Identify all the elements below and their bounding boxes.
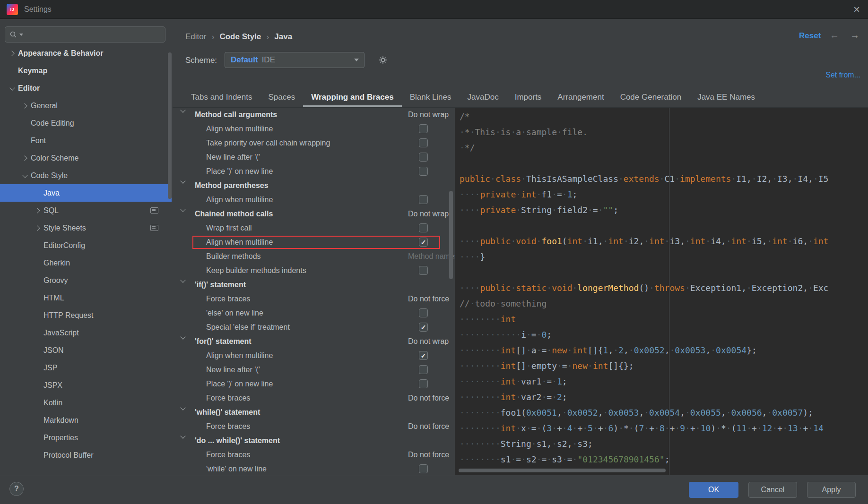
search-box[interactable] — [5, 26, 165, 43]
option-row-new-line-after[interactable]: New line after '(' — [173, 363, 455, 377]
help-button[interactable]: ? — [9, 482, 24, 496]
option-value-dropdown[interactable]: Do not wrap — [408, 111, 449, 119]
chevron-down-icon[interactable] — [177, 109, 189, 112]
option-row-place-on-new-line[interactable]: Place ')' on new line — [173, 164, 455, 179]
sidebar-item-keymap[interactable]: Keymap — [0, 62, 172, 79]
checkbox-unchecked[interactable] — [419, 138, 428, 147]
option-row-special-else-if-treatment[interactable]: Special 'else if' treatment — [173, 320, 455, 334]
tab-blank-lines[interactable]: Blank Lines — [402, 87, 460, 107]
sidebar-item-font[interactable]: Font — [0, 132, 172, 149]
checkbox-checked[interactable] — [419, 323, 428, 332]
chevron-down-icon[interactable] — [177, 208, 189, 211]
tab-imports[interactable]: Imports — [507, 87, 550, 107]
tab-code-generation[interactable]: Code Generation — [612, 87, 689, 107]
sidebar-item-properties[interactable]: Properties — [0, 429, 172, 446]
option-value-dropdown[interactable]: Do not wrap — [408, 210, 449, 218]
search-input[interactable] — [26, 31, 161, 39]
option-row-align-when-multiline[interactable]: Align when multiline — [173, 122, 455, 136]
option-row-force-braces[interactable]: Force bracesDo not force — [173, 448, 455, 462]
sidebar-item-json[interactable]: JSON — [0, 342, 172, 359]
chevron-right-icon[interactable] — [7, 51, 18, 55]
option-row-while-on-new-line[interactable]: 'while' on new line — [173, 462, 455, 475]
reset-link[interactable]: Reset — [799, 31, 821, 41]
checkbox-unchecked[interactable] — [419, 223, 428, 232]
sidebar-item-jspx[interactable]: JSPX — [0, 376, 172, 394]
tab-java-ee-names[interactable]: Java EE Names — [689, 87, 763, 107]
option-group-method-parentheses[interactable]: Method parentheses — [173, 179, 455, 193]
option-row-builder-methods[interactable]: Builder methodsMethod names — [173, 249, 455, 264]
sidebar-item-general[interactable]: General — [0, 97, 172, 114]
tab-spaces[interactable]: Spaces — [260, 87, 303, 107]
sidebar-item-code-style[interactable]: Code Style — [0, 167, 172, 184]
tab-wrapping-and-braces[interactable]: Wrapping and Braces — [303, 87, 401, 107]
option-row-align-when-multiline[interactable]: Align when multiline — [173, 349, 455, 363]
checkbox-checked[interactable] — [419, 238, 428, 247]
breadcrumb-item-editor[interactable]: Editor — [185, 32, 206, 42]
option-group-chained-method-calls[interactable]: Chained method callsDo not wrap — [173, 207, 455, 221]
checkbox-unchecked[interactable] — [419, 464, 428, 473]
tab-arrangement[interactable]: Arrangement — [549, 87, 612, 107]
sidebar-item-protocol-buffer[interactable]: Protocol Buffer — [0, 446, 172, 464]
sidebar-item-http-request[interactable]: HTTP Request — [0, 307, 172, 324]
option-value-dropdown[interactable]: Do not force — [408, 295, 449, 303]
checkbox-unchecked[interactable] — [419, 379, 428, 388]
gear-icon[interactable] — [378, 55, 388, 67]
apply-button[interactable]: Apply — [807, 482, 856, 498]
option-row-force-braces[interactable]: Force bracesDo not force — [173, 292, 455, 306]
checkbox-unchecked[interactable] — [419, 195, 428, 204]
option-row-keep-builder-methods-indents[interactable]: Keep builder methods indents — [173, 264, 455, 278]
sidebar-item-kotlin[interactable]: Kotlin — [0, 394, 172, 411]
option-value-dropdown[interactable]: Do not force — [408, 451, 449, 459]
sidebar-item-editor[interactable]: Editor — [0, 79, 172, 97]
option-group-if-statement[interactable]: 'if()' statement — [173, 278, 455, 292]
sidebar-item-groovy[interactable]: Groovy — [0, 272, 172, 289]
option-row-force-braces[interactable]: Force bracesDo not force — [173, 419, 455, 434]
option-value-dropdown[interactable]: Do not force — [408, 394, 449, 402]
options-scrollbar[interactable] — [449, 191, 453, 279]
option-row-align-when-multiline[interactable]: Align when multiline — [173, 193, 455, 207]
back-arrow-icon[interactable] — [830, 30, 839, 41]
forward-arrow-icon[interactable] — [850, 30, 859, 41]
chevron-down-icon[interactable] — [177, 279, 189, 282]
chevron-down-icon[interactable] — [7, 87, 18, 90]
search-history-chevron-icon[interactable] — [19, 34, 23, 36]
close-icon[interactable] — [845, 0, 868, 19]
sidebar-item-markdown[interactable]: Markdown — [0, 411, 172, 429]
breadcrumb-item-code-style[interactable]: Code Style — [219, 32, 261, 42]
option-row-take-priority-over-call-chain-wrapping[interactable]: Take priority over call chain wrapping — [173, 136, 455, 150]
sidebar-item-editorconfig[interactable]: EditorConfig — [0, 237, 172, 254]
sidebar-item-java[interactable]: Java — [0, 184, 172, 202]
sidebar-item-jsp[interactable]: JSP — [0, 359, 172, 376]
option-group-while-statement[interactable]: 'while()' statement — [173, 405, 455, 419]
set-from-link[interactable]: Set from... — [825, 71, 860, 79]
chevron-right-icon[interactable] — [32, 226, 43, 230]
option-value-dropdown[interactable]: Do not wrap — [408, 337, 449, 346]
sidebar-item-code-editing[interactable]: Code Editing — [0, 114, 172, 132]
option-row-wrap-first-call[interactable]: Wrap first call — [173, 221, 455, 235]
breadcrumb-item-java[interactable]: Java — [274, 32, 292, 42]
checkbox-checked[interactable] — [419, 351, 428, 360]
ok-button[interactable]: OK — [689, 482, 738, 498]
chevron-down-icon[interactable] — [177, 407, 189, 410]
option-group-method-call-arguments[interactable]: Method call argumentsDo not wrap — [173, 108, 455, 122]
tab-javadoc[interactable]: JavaDoc — [460, 87, 507, 107]
sidebar-item-gherkin[interactable]: Gherkin — [0, 254, 172, 272]
chevron-down-icon[interactable] — [177, 336, 189, 339]
option-row-align-when-multiline[interactable]: Align when multiline — [173, 235, 455, 249]
chevron-down-icon[interactable] — [177, 435, 189, 438]
checkbox-unchecked[interactable] — [419, 266, 428, 275]
chevron-right-icon[interactable] — [19, 104, 31, 108]
option-row-else-on-new-line[interactable]: 'else' on new line — [173, 306, 455, 320]
tab-tabs-and-indents[interactable]: Tabs and Indents — [183, 87, 260, 107]
sidebar-item-sql[interactable]: SQL — [0, 202, 172, 219]
sidebar-scrollbar[interactable] — [168, 52, 172, 199]
checkbox-unchecked[interactable] — [419, 365, 428, 374]
checkbox-unchecked[interactable] — [419, 124, 428, 133]
option-row-place-on-new-line[interactable]: Place ')' on new line — [173, 377, 455, 391]
option-value-dropdown[interactable]: Do not force — [408, 422, 449, 431]
sidebar-item-style-sheets[interactable]: Style Sheets — [0, 219, 172, 237]
chevron-down-icon[interactable] — [19, 174, 31, 177]
sidebar-item-color-scheme[interactable]: Color Scheme — [0, 149, 172, 167]
scheme-select[interactable]: Default IDE — [225, 52, 365, 68]
sidebar-item-html[interactable]: HTML — [0, 289, 172, 307]
